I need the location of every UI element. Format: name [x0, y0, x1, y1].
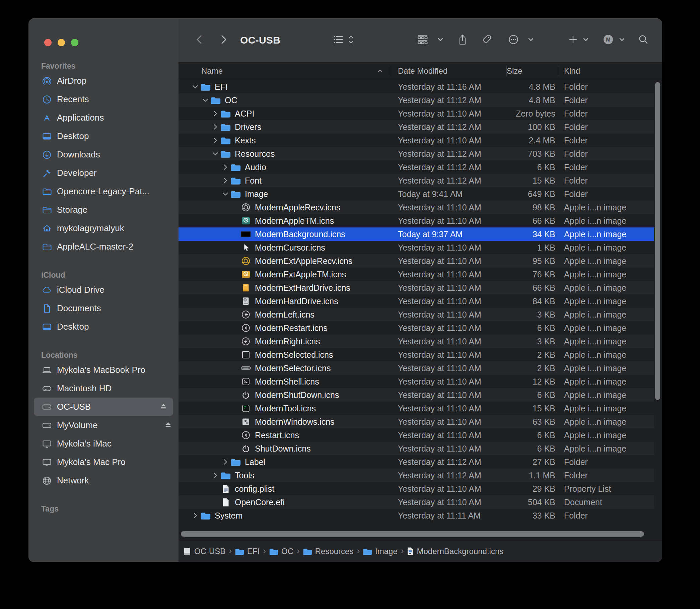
sidebar-item-opencore-legacy-pat-[interactable]: Opencore-Legacy-Pat... [29, 182, 178, 201]
account-chevron[interactable] [618, 36, 625, 44]
pathbar-item-oc-usb[interactable]: OC-USB [183, 547, 225, 556]
disclosure-closed-icon[interactable] [211, 110, 220, 117]
sidebar-item-applications[interactable]: Applications [29, 108, 178, 127]
sidebar-item-myvolume[interactable]: MyVolume [29, 416, 178, 434]
pathbar-item-image[interactable]: Image [363, 547, 398, 556]
pathbar-item-efi[interactable]: EFI [235, 547, 260, 556]
group-view-chevron[interactable] [437, 36, 444, 44]
disclosure-open-icon[interactable] [191, 83, 200, 90]
file-row-modernextapplerecv-icns[interactable]: ModernExtAppleRecv.icnsYesterday at 11:1… [178, 254, 654, 268]
file-row-acpi[interactable]: ACPIYesterday at 11:10 AMZero bytesFolde… [178, 107, 654, 120]
pathbar-item-oc[interactable]: OC [269, 547, 293, 556]
column-header-name[interactable]: Name [178, 66, 391, 76]
disclosure-closed-icon[interactable] [211, 123, 220, 130]
more-actions-button[interactable] [508, 34, 519, 46]
column-header-date[interactable]: Date Modified [391, 66, 507, 76]
group-view-button[interactable] [417, 34, 428, 46]
disclosure-closed-icon[interactable] [221, 458, 230, 466]
file-row-modernselected-icns[interactable]: ModernSelected.icnsYesterday at 11:10 AM… [178, 348, 654, 362]
file-row-drivers[interactable]: DriversYesterday at 11:12 AM100 KBFolder [178, 120, 654, 134]
disclosure-open-icon[interactable] [200, 97, 210, 104]
sidebar-item-developer[interactable]: Developer [29, 164, 178, 182]
file-row-moderntool-icns[interactable]: ModernTool.icnsYesterday at 11:10 AM15 K… [178, 402, 654, 415]
share-button[interactable] [458, 34, 467, 47]
file-row-restart-icns[interactable]: Restart.icnsYesterday at 11:10 AM6 KBApp… [178, 429, 654, 442]
minimize-button[interactable] [58, 39, 65, 46]
more-actions-chevron[interactable] [527, 36, 534, 44]
file-row-efi[interactable]: EFIYesterday at 11:16 AM4.8 MBFolder [178, 80, 654, 93]
eject-icon[interactable] [163, 421, 173, 430]
search-button[interactable] [638, 34, 649, 46]
sidebar-item-oc-usb[interactable]: OC-USB [34, 398, 173, 416]
sidebar-item-airdrop[interactable]: AirDrop [29, 72, 178, 90]
file-row-modernshutdown-icns[interactable]: ModernShutDown.icnsYesterday at 11:10 AM… [178, 388, 654, 402]
pathbar-item-resources[interactable]: Resources [303, 547, 354, 556]
file-row-modernappletm-icns[interactable]: ModernAppleTM.icnsYesterday at 11:10 AM6… [178, 214, 654, 227]
file-row-modernwindows-icns[interactable]: ModernWindows.icnsYesterday at 11:10 AM6… [178, 415, 654, 429]
view-list-button[interactable] [333, 35, 343, 45]
file-row-moderncursor-icns[interactable]: ModernCursor.icnsYesterday at 11:10 AM1 … [178, 241, 654, 254]
file-row-modernrestart-icns[interactable]: ModernRestart.icnsYesterday at 11:10 AM6… [178, 321, 654, 335]
sidebar-item-applealc-master-2[interactable]: AppleALC-master-2 [29, 238, 178, 256]
file-row-modernapplerecv-icns[interactable]: ModernAppleRecv.icnsYesterday at 11:10 A… [178, 201, 654, 214]
sidebar-item-macintosh-hd[interactable]: Macintosh HD [29, 379, 178, 398]
file-row-modernextharddrive-icns[interactable]: ModernExtHardDrive.icnsYesterday at 11:1… [178, 281, 654, 294]
new-folder-chevron[interactable] [582, 36, 589, 44]
eject-icon[interactable] [158, 403, 169, 411]
disclosure-open-icon[interactable] [211, 150, 220, 157]
disclosure-open-icon[interactable] [221, 190, 230, 198]
file-row-modernharddrive-icns[interactable]: ModernHardDrive.icnsYesterday at 11:10 A… [178, 294, 654, 308]
file-row-modernselector-icns[interactable]: ModernSelector.icnsYesterday at 11:10 AM… [178, 362, 654, 375]
sidebar-item-desktop[interactable]: Desktop [29, 127, 178, 145]
pathbar-item-modernbackground-icns[interactable]: ModernBackground.icns [407, 547, 503, 556]
column-header-size[interactable]: Size [507, 66, 560, 76]
sidebar-item-downloads[interactable]: Downloads [29, 145, 178, 164]
close-button[interactable] [44, 39, 52, 46]
disclosure-closed-icon[interactable] [221, 177, 230, 184]
file-row-font[interactable]: FontYesterday at 11:12 AM15 KBFolder [178, 174, 654, 187]
file-row-image[interactable]: ImageToday at 9:41 AM649 KBFolder [178, 187, 654, 201]
new-folder-button[interactable] [568, 35, 578, 46]
disclosure-closed-icon[interactable] [211, 137, 220, 144]
sidebar-item-icloud-drive[interactable]: iCloud Drive [29, 281, 178, 299]
forward-button[interactable] [220, 34, 228, 46]
sidebar-item-mykola-s-macbook-pro[interactable]: Mykola’s MacBook Pro [29, 361, 178, 379]
column-header-kind[interactable]: Kind [560, 66, 662, 76]
tag-button[interactable] [481, 34, 492, 46]
sidebar-item-desktop[interactable]: Desktop [29, 317, 178, 336]
file-row-shutdown-icns[interactable]: ShutDown.icnsYesterday at 11:10 AM6 KBAp… [178, 442, 654, 455]
file-row-opencore-efi[interactable]: OpenCore.efiYesterday at 11:10 AM504 KBD… [178, 495, 654, 509]
file-row-modernextappletm-icns[interactable]: ModernExtAppleTM.icnsYesterday at 11:10 … [178, 268, 654, 281]
sidebar-item-recents[interactable]: Recents [29, 90, 178, 108]
back-button[interactable] [195, 34, 203, 46]
file-row-tools[interactable]: ToolsYesterday at 11:12 AM1.1 MBFolder [178, 469, 654, 482]
file-row-resources[interactable]: ResourcesYesterday at 11:12 AM703 KBFold… [178, 147, 654, 160]
file-size: 12 KB [507, 377, 560, 386]
horizontal-scrollbar[interactable] [181, 531, 644, 537]
file-row-label[interactable]: LabelYesterday at 11:12 AM27 KBFolder [178, 455, 654, 469]
sidebar-item-mykola-s-imac[interactable]: Mykola’s iMac [29, 434, 178, 453]
file-row-audio[interactable]: AudioYesterday at 11:12 AM6 KBFolder [178, 160, 654, 174]
account-button[interactable]: M [602, 34, 614, 47]
file-row-system[interactable]: SystemYesterday at 11:11 AM33 KBFolder [178, 509, 654, 522]
file-name-cell: OC [178, 95, 398, 105]
file-name-cell: ModernSelected.icns [178, 350, 398, 360]
file-row-kexts[interactable]: KextsYesterday at 11:10 AM2.4 MBFolder [178, 134, 654, 147]
file-row-modernright-icns[interactable]: ModernRight.icnsYesterday at 11:10 AM3 K… [178, 335, 654, 348]
disclosure-closed-icon[interactable] [211, 472, 220, 479]
sidebar-item-documents[interactable]: Documents [29, 299, 178, 317]
sidebar-item-mykolagrymalyuk[interactable]: mykolagrymalyuk [29, 219, 178, 238]
sidebar-item-storage[interactable]: Storage [29, 201, 178, 219]
file-row-config-plist[interactable]: config.plistYesterday at 11:10 AM29 KBPr… [178, 482, 654, 495]
zoom-button[interactable] [71, 39, 78, 46]
file-row-modernshell-icns[interactable]: ModernShell.icnsYesterday at 11:10 AM12 … [178, 375, 654, 388]
sidebar-item-mykola-s-mac-pro[interactable]: Mykola’s Mac Pro [29, 453, 178, 471]
sidebar-item-network[interactable]: Network [29, 471, 178, 490]
file-row-modernleft-icns[interactable]: ModernLeft.icnsYesterday at 11:10 AM3 KB… [178, 308, 654, 321]
vertical-scrollbar[interactable] [655, 82, 660, 400]
disclosure-closed-icon[interactable] [221, 163, 230, 171]
file-row-oc[interactable]: OCYesterday at 11:12 AM4.8 MBFolder [178, 93, 654, 107]
file-row-modernbackground-icns[interactable]: ModernBackground.icnsToday at 9:37 AM34 … [178, 227, 654, 241]
sort-order-control[interactable] [347, 34, 355, 46]
disclosure-closed-icon[interactable] [191, 512, 200, 519]
